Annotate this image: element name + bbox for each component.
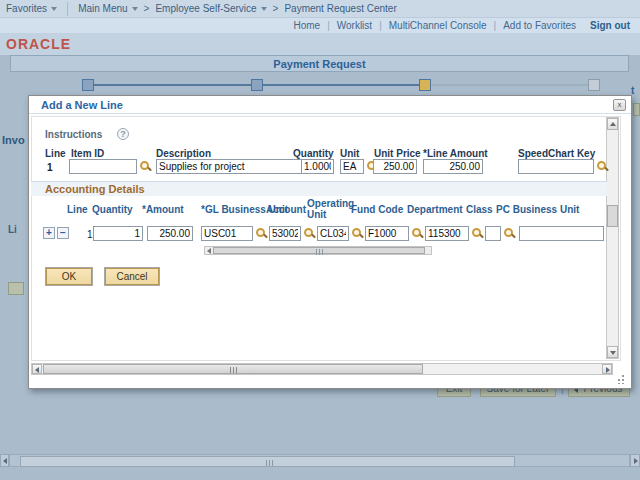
department-lookup-icon[interactable] — [471, 227, 484, 240]
scrollbar-thumb[interactable] — [20, 456, 515, 467]
scroll-left-button[interactable] — [0, 454, 9, 467]
ok-button[interactable]: OK — [46, 268, 92, 285]
line-label-fragment: Li — [8, 224, 17, 235]
line-amount-field[interactable] — [423, 159, 483, 174]
main-menu[interactable]: Main Menu — [72, 3, 143, 14]
delete-row-button[interactable]: − — [57, 227, 69, 239]
breadcrumb: Favorites Main Menu > Employee Self-Serv… — [0, 0, 640, 18]
row-quantity-field[interactable] — [93, 226, 143, 241]
accounting-details-section[interactable]: Accounting Details — [31, 181, 607, 196]
speedchart-key-field[interactable] — [518, 159, 594, 174]
unit-price-label: Unit Price — [374, 148, 421, 159]
row-fund-code-field[interactable] — [365, 226, 409, 241]
item-id-label: Item ID — [71, 148, 104, 159]
col-line: Line — [67, 204, 88, 215]
scroll-left-button[interactable] — [32, 364, 42, 374]
col-department: Department — [407, 204, 463, 215]
chevron-down-icon — [132, 7, 138, 11]
add-to-favorites-link[interactable]: Add to Favorites — [496, 20, 583, 31]
quantity-field[interactable] — [301, 159, 334, 174]
row-department-field[interactable] — [425, 226, 469, 241]
train-segment-complete — [94, 84, 251, 86]
description-label: Description — [156, 148, 211, 159]
scrollbar-thumb[interactable] — [607, 205, 618, 227]
item-id-field[interactable] — [69, 159, 137, 174]
favorites-menu[interactable]: Favorites — [0, 3, 63, 14]
invoice-section-fragment: Invo — [2, 134, 25, 146]
col-quantity: Quantity — [92, 204, 133, 215]
unit-field[interactable] — [340, 159, 364, 174]
line-amount-label: *Line Amount — [423, 148, 488, 159]
speedchart-key-label: SpeedChart Key — [518, 148, 595, 159]
scrollbar-thumb[interactable] — [213, 247, 425, 254]
add-row-button[interactable]: + — [43, 227, 55, 239]
col-amount: *Amount — [142, 204, 184, 215]
row-account-field[interactable] — [269, 226, 301, 241]
row-pc-business-unit-field[interactable] — [519, 226, 604, 241]
scroll-right-button[interactable] — [630, 454, 640, 467]
scroll-up-button[interactable] — [607, 118, 618, 130]
train-stop-3-current[interactable] — [419, 79, 431, 91]
unit-label: Unit — [340, 148, 359, 159]
divider — [67, 2, 68, 16]
row-amount-field[interactable] — [147, 226, 193, 241]
chevron-down-icon — [51, 7, 57, 11]
operating-unit-lookup-icon[interactable] — [351, 227, 364, 240]
train-stop-2[interactable] — [251, 79, 263, 91]
speedchart-lookup-icon[interactable] — [596, 160, 609, 173]
class-lookup-icon[interactable] — [503, 227, 516, 240]
train-stop-4[interactable] — [588, 79, 600, 91]
col-fund-code: Fund Code — [351, 204, 403, 215]
breadcrumb-item-employee-self-service[interactable]: Employee Self-Service — [149, 3, 272, 14]
application-window: Favorites Main Menu > Employee Self-Serv… — [0, 0, 640, 480]
worklist-link[interactable]: Worklist — [330, 20, 379, 31]
breadcrumb-item-label: Payment Request Center — [284, 3, 396, 14]
train-stop-1[interactable] — [82, 79, 94, 91]
scroll-right-button[interactable] — [602, 364, 612, 374]
quantity-label: Quantity — [293, 148, 334, 159]
cancel-button[interactable]: Cancel — [105, 268, 159, 285]
breadcrumb-item-label: Employee Self-Service — [155, 3, 256, 14]
multichannel-console-link[interactable]: MultiChannel Console — [382, 20, 494, 31]
add-new-line-dialog: Add a New Line x Instructions ? Line Ite… — [28, 95, 632, 389]
dialog-vertical-scrollbar[interactable] — [606, 117, 619, 359]
row-class-field[interactable] — [485, 226, 501, 241]
line-label: Line — [45, 148, 66, 159]
dialog-horizontal-scrollbar[interactable] — [31, 363, 613, 375]
resize-grip[interactable] — [616, 375, 625, 384]
logo-band: ORACLE — [0, 33, 640, 55]
instructions-label: Instructions — [45, 129, 102, 140]
close-icon[interactable]: x — [613, 99, 626, 111]
sign-out-link[interactable]: Sign out — [583, 20, 640, 31]
hidden-button-fragment — [8, 282, 24, 295]
fund-code-lookup-icon[interactable] — [411, 227, 424, 240]
help-icon[interactable]: ? — [117, 128, 129, 140]
row-gl-business-unit-field[interactable] — [201, 226, 253, 241]
scrollbar-track[interactable] — [9, 454, 630, 467]
dialog-title-bar: Add a New Line x — [29, 96, 631, 114]
grid-horizontal-scrollbar[interactable] — [204, 246, 432, 255]
description-field[interactable] — [156, 159, 306, 174]
dialog-title: Add a New Line — [41, 99, 123, 111]
line-number-value: 1 — [47, 162, 53, 173]
page-title-bar: Payment Request — [10, 55, 629, 72]
home-link[interactable]: Home — [286, 20, 327, 31]
page-title: Payment Request — [273, 58, 365, 70]
row-line-number: 1 — [87, 229, 93, 240]
col-pc-business-unit: PC Business Unit — [496, 204, 579, 215]
top-nav: Home | Worklist | MultiChannel Console |… — [0, 18, 640, 33]
item-id-lookup-icon[interactable] — [139, 160, 152, 173]
gl-business-unit-lookup-icon[interactable] — [255, 227, 268, 240]
row-operating-unit-field[interactable] — [317, 226, 349, 241]
scroll-down-button[interactable] — [607, 346, 618, 358]
hidden-button-fragment — [633, 103, 640, 116]
breadcrumb-item-payment-request-center[interactable]: Payment Request Center — [278, 3, 402, 14]
main-menu-label: Main Menu — [78, 3, 127, 14]
scrollbar-thumb[interactable] — [43, 364, 423, 374]
page-horizontal-scrollbar[interactable] — [0, 454, 640, 467]
train-segment-complete — [263, 84, 419, 86]
unit-price-field[interactable] — [373, 159, 417, 174]
account-lookup-icon[interactable] — [303, 227, 316, 240]
col-class: Class — [466, 204, 493, 215]
accounting-details-title: Accounting Details — [45, 183, 145, 195]
